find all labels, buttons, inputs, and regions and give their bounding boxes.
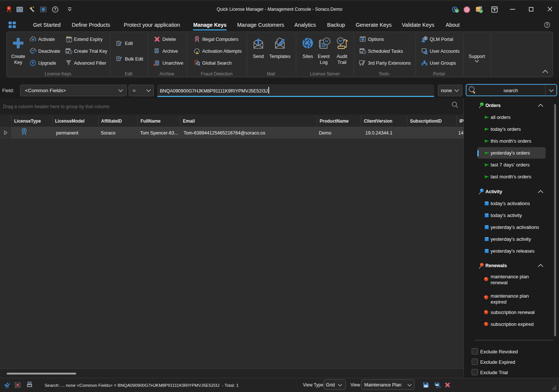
svg-text:1: 1 bbox=[68, 39, 70, 42]
svg-text:?: ? bbox=[54, 7, 56, 12]
svg-text:Σ: Σ bbox=[117, 58, 119, 61]
svg-text:?: ? bbox=[546, 23, 548, 27]
